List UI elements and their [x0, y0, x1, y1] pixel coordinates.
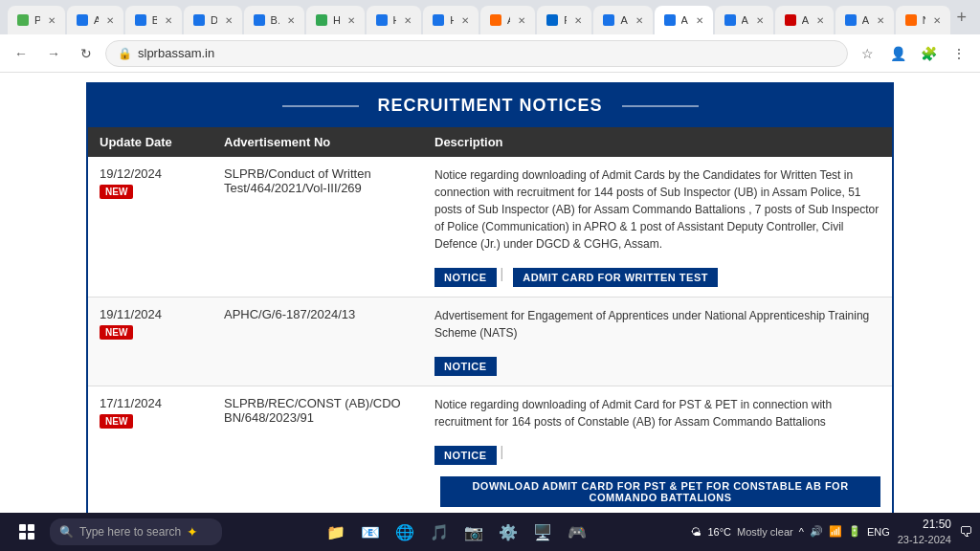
time-display: 21:50: [898, 518, 951, 533]
taskbar-search[interactable]: 🔍 Type here to search ✦: [50, 518, 222, 545]
header-line-left: [282, 105, 359, 107]
browser-tab-15[interactable]: Ne✕: [896, 6, 951, 34]
games-taskbar-icon[interactable]: 🎮: [562, 517, 592, 547]
col-desc: Notice regarding downloading of Admit Ca…: [434, 396, 880, 507]
back-button[interactable]: ←: [8, 40, 34, 67]
browser-taskbar-icon[interactable]: 🌐: [390, 517, 420, 547]
col-date: 19/12/2024 NEW: [100, 166, 224, 287]
browser-tab-11[interactable]: Ass✕: [655, 6, 713, 34]
url-text: slprbassam.in: [138, 46, 835, 60]
table-header: Update Date Advertisement No Description: [88, 127, 892, 157]
notifications-icon[interactable]: 🗨: [959, 524, 972, 540]
browser-tab-6[interactable]: Ho✕: [367, 6, 422, 34]
file-explorer-taskbar-icon[interactable]: 📁: [321, 517, 351, 547]
start-button[interactable]: [8, 517, 46, 547]
extensions-icon[interactable]: 🧩: [915, 40, 942, 67]
notice-button[interactable]: NOTICE: [434, 357, 497, 376]
page-inner: RECRUITMENT NOTICES Update Date Advertis…: [0, 73, 980, 513]
browser-tab-5[interactable]: H A✕: [306, 6, 365, 34]
col-header-adv: Advertisement No: [224, 135, 434, 149]
weather-icon: 🌤: [691, 526, 702, 538]
admit-button[interactable]: DOWNLOAD ADMIT CARD FOR PST & PET FOR CO…: [440, 476, 880, 507]
profile-icon[interactable]: 👤: [884, 40, 911, 67]
notice-button[interactable]: NOTICE: [434, 446, 497, 465]
taskbar: 🔍 Type here to search ✦ 📁📧🌐🎵📷⚙️🖥️🎮 🌤 16°…: [0, 513, 980, 551]
browser-tab-2[interactable]: Blo✕: [125, 6, 182, 34]
browser-tab-0[interactable]: Per✕: [8, 6, 65, 34]
recruitment-section: RECRUITMENT NOTICES Update Date Advertis…: [86, 82, 894, 513]
forward-button[interactable]: →: [40, 40, 67, 67]
notice-button[interactable]: NOTICE: [434, 268, 497, 287]
browser-tab-1[interactable]: AC✕: [67, 6, 123, 34]
search-placeholder: Type here to search: [79, 525, 181, 539]
speaker-icon: 🔊: [810, 525, 823, 538]
table-row: 19/12/2024 NEW SLPRB/Conduct of Written …: [88, 157, 892, 298]
weather-temp: 16°C: [707, 526, 731, 538]
settings-taskbar-icon[interactable]: ⚙️: [493, 517, 523, 547]
taskbar-apps: 📁📧🌐🎵📷⚙️🖥️🎮: [226, 517, 687, 547]
browser-tab-3[interactable]: DSi✕: [184, 6, 242, 34]
mail-taskbar-icon[interactable]: 📧: [355, 517, 386, 547]
new-badge: NEW: [100, 325, 133, 340]
header-line-right: [622, 105, 699, 107]
browser-tab-14[interactable]: Ass✕: [835, 6, 894, 34]
browser-tab-9[interactable]: Po✕: [537, 6, 591, 34]
browser-tab-8[interactable]: Ad✕: [480, 6, 535, 34]
address-bar[interactable]: 🔒 slprbassam.in: [105, 40, 848, 67]
admit-button[interactable]: ADMIT CARD FOR WRITTEN TEST: [513, 268, 718, 287]
col-header-date: Update Date: [100, 135, 224, 149]
browser-tab-10[interactable]: Ass✕: [593, 6, 652, 34]
battery-icon: 🔋: [848, 525, 861, 538]
col-desc: Advertisement for Engagement of Apprenti…: [434, 307, 880, 376]
date-text: 19/11/2024: [100, 307, 224, 321]
wifi-icon: 📶: [829, 525, 842, 538]
page-content: RECRUITMENT NOTICES Update Date Advertis…: [0, 73, 980, 513]
col-desc: Notice regarding downloading of Admit Ca…: [434, 166, 880, 287]
new-badge: NEW: [100, 185, 133, 199]
weather-desc: Mostly clear: [737, 526, 793, 538]
monitor-taskbar-icon[interactable]: 🖥️: [527, 517, 558, 547]
browser-tab-13[interactable]: Ass✕: [775, 6, 834, 34]
more-options-icon[interactable]: ⋮: [946, 40, 972, 67]
col-date: 19/11/2024 NEW: [100, 307, 224, 376]
desc-text: Notice regarding downloading of Admit Ca…: [434, 396, 880, 430]
taskbar-right: 🌤 16°C Mostly clear ^ 🔊 📶 🔋 ENG 21:50 23…: [691, 518, 972, 546]
sys-tray: 🌤 16°C Mostly clear ^ 🔊 📶 🔋 ENG: [691, 525, 889, 538]
star-icon[interactable]: ☆: [854, 40, 880, 67]
date-display: 23-12-2024: [898, 533, 951, 546]
new-tab-button[interactable]: +: [950, 8, 972, 28]
desc-text: Advertisement for Engagement of Apprenti…: [434, 307, 880, 342]
table-row: 19/11/2024 NEW APHC/G/6-187/2024/13 Adve…: [88, 298, 892, 386]
col-date: 17/11/2024 NEW: [100, 396, 224, 507]
table-row: 17/11/2024 NEW SLPRB/REC/CONST (AB)/CDO …: [88, 386, 892, 513]
new-badge: NEW: [100, 414, 133, 429]
col-adv: APHC/G/6-187/2024/13: [224, 307, 434, 376]
table-body: 19/12/2024 NEW SLPRB/Conduct of Written …: [88, 157, 892, 513]
media-taskbar-icon[interactable]: 🎵: [424, 517, 455, 547]
tabs-bar: Per✕AC✕Blo✕DSi✕BSF✕H A✕Ho✕Ho✕Ad✕Po✕Ass✕A…: [0, 0, 980, 34]
nav-icons-right: ☆ 👤 🧩 ⋮: [854, 40, 972, 67]
browser-tab-4[interactable]: BSF✕: [244, 6, 304, 34]
desc-text: Notice regarding downloading of Admit Ca…: [434, 166, 880, 253]
cortana-icon: ✦: [187, 524, 198, 540]
col-adv: SLPRB/REC/CONST (AB)/CDO BN/648/2023/91: [224, 396, 434, 507]
camera-taskbar-icon[interactable]: 📷: [458, 517, 489, 547]
caret-icon[interactable]: ^: [799, 526, 804, 538]
clock-block: 21:50 23-12-2024: [898, 518, 951, 546]
browser-tab-7[interactable]: Ho✕: [423, 6, 479, 34]
section-header: RECRUITMENT NOTICES: [88, 84, 892, 127]
col-header-desc: Description: [434, 135, 880, 149]
language-label: ENG: [867, 526, 890, 538]
navigation-bar: ← → ↻ 🔒 slprbassam.in ☆ 👤 🧩 ⋮: [0, 34, 980, 73]
date-text: 19/12/2024: [100, 166, 224, 181]
date-text: 17/11/2024: [100, 396, 224, 410]
section-title: RECRUITMENT NOTICES: [378, 96, 603, 116]
col-adv: SLPRB/Conduct of Written Test/464/2021/V…: [224, 166, 434, 287]
search-icon: 🔍: [59, 525, 74, 539]
reload-button[interactable]: ↻: [73, 40, 100, 67]
browser-tab-12[interactable]: Ass✕: [715, 6, 773, 34]
windows-icon: [19, 524, 34, 540]
